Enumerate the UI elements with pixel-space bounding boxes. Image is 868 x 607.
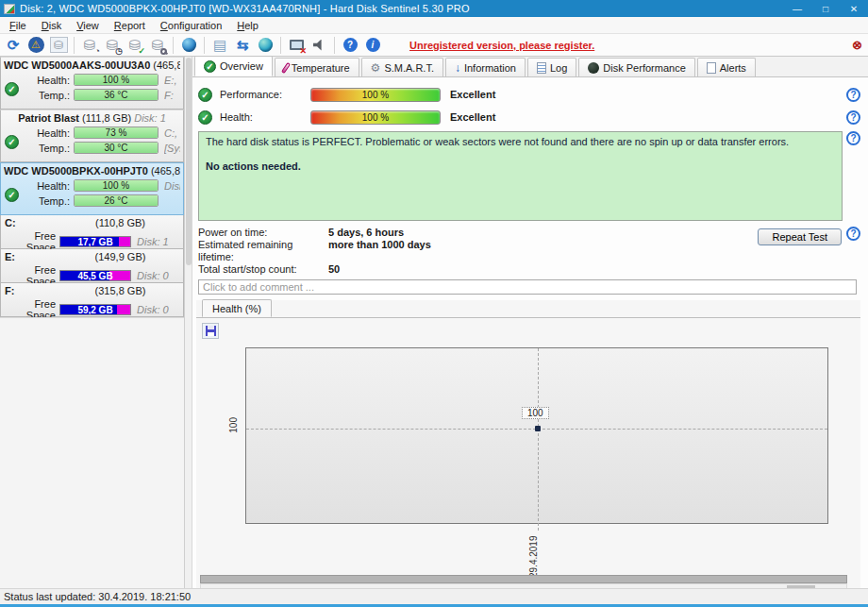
maximize-button[interactable]: □ bbox=[811, 0, 840, 17]
chart-scrollbar[interactable]: ‹ › bbox=[200, 583, 847, 588]
performance-ok-icon: ✓ bbox=[198, 88, 212, 102]
disk-view-icon[interactable]: ⛁ bbox=[48, 36, 69, 55]
partition-item-c[interactable]: C: (110,8 GB) Free Space 17,7 GB Disk: 1 bbox=[0, 215, 184, 249]
health-ok-icon: ✓ bbox=[198, 110, 212, 125]
partition-letters: C:, bbox=[164, 127, 180, 139]
menu-file[interactable]: File bbox=[2, 19, 34, 32]
performance-bar: 100 % bbox=[310, 88, 441, 102]
status-help-icon[interactable]: ? bbox=[846, 131, 860, 145]
health-bar: 73 % bbox=[74, 126, 159, 139]
exit-icon[interactable]: ⊗ bbox=[852, 38, 862, 52]
info-icon[interactable]: i bbox=[362, 36, 383, 55]
report-icon[interactable]: ▤ bbox=[209, 36, 230, 55]
temp-label: Temp.: bbox=[25, 143, 74, 154]
disk-item-patriot-blast[interactable]: Patriot Blast (111,8 GB) Disk: 1 ✓ Healt… bbox=[0, 110, 184, 162]
y-axis-tick: 100 bbox=[228, 417, 239, 433]
sidebar-scrollbar[interactable] bbox=[185, 57, 192, 588]
chart-range-bar[interactable] bbox=[200, 575, 847, 583]
register-link[interactable]: Unregistered version, please register. bbox=[409, 40, 594, 51]
tab-information[interactable]: ↓Information bbox=[445, 58, 526, 76]
data-point bbox=[535, 426, 541, 431]
menu-view[interactable]: View bbox=[69, 19, 107, 32]
refresh-icon[interactable]: ⟳ bbox=[3, 36, 24, 55]
partition-item-f[interactable]: F: (315,8 GB) Free Space 59,2 GB Disk: 0 bbox=[0, 283, 184, 317]
alerts-icon bbox=[707, 62, 716, 74]
disk-name: WDC WD5000BPKX-00HPJT0 bbox=[4, 165, 148, 177]
tab-alerts[interactable]: Alerts bbox=[697, 58, 756, 76]
vertical-gridline bbox=[538, 348, 539, 531]
disk-number: Disk: 2 bbox=[164, 180, 180, 192]
close-button[interactable]: ✕ bbox=[840, 0, 868, 17]
disk-size: (465,8 GB) bbox=[151, 165, 180, 177]
menu-configuration[interactable]: Configuration bbox=[153, 19, 229, 32]
disk-sidebar: WDC WD5000AAKS-00UU3A0 (465,8 GB) D ✓ He… bbox=[0, 57, 185, 588]
scroll-left-arrow[interactable]: ‹ bbox=[201, 585, 215, 589]
repeat-test-button[interactable]: Repeat Test bbox=[758, 228, 842, 245]
scrollbar-thumb[interactable] bbox=[787, 585, 815, 588]
disk-ok-status-icon: ✓ bbox=[5, 82, 19, 96]
overview-check-icon: ✓ bbox=[204, 60, 216, 73]
disk-gauge-icon[interactable]: ⛁◔ bbox=[79, 36, 100, 55]
scrollbar-thumb[interactable] bbox=[186, 58, 192, 265]
sync-icon[interactable]: ⇆ bbox=[232, 36, 253, 55]
temp-label: Temp.: bbox=[25, 90, 74, 101]
tab-smart[interactable]: ⚙S.M.A.R.T. bbox=[361, 58, 443, 76]
speaker-icon[interactable] bbox=[309, 36, 329, 55]
free-space-bar: 59,2 GB bbox=[59, 304, 131, 315]
title-bar: Disk: 2, WDC WD5000BPKX-00HPJT0 [WD-WX31… bbox=[0, 0, 868, 17]
minimize-button[interactable]: — bbox=[783, 0, 811, 17]
health-row: ✓ Health: 100 % Excellent ? bbox=[198, 108, 860, 126]
scroll-right-arrow[interactable]: › bbox=[832, 585, 846, 589]
monitor-x-icon[interactable]: ✕ bbox=[286, 36, 307, 55]
performance-gauge-icon bbox=[588, 62, 599, 74]
disk-number: Disk: 1 bbox=[134, 112, 166, 124]
status-last-updated: Status last updated: 30.4.2019. 18:21:50 bbox=[4, 591, 191, 602]
partition-letter: E: bbox=[5, 251, 61, 262]
chart-tab-health[interactable]: Health (%) bbox=[202, 299, 272, 317]
app-icon bbox=[4, 4, 15, 14]
menu-help[interactable]: Help bbox=[229, 19, 266, 32]
health-bar: 100 % bbox=[74, 179, 159, 192]
temp-bar: 26 °C bbox=[74, 194, 159, 207]
toolbar: ⟳ ⚠ ⛁ ⛁◔ ⛁◷ ⛁✓ ⛁ ▤ ⇆ ✕ ? i Unregistered … bbox=[0, 34, 868, 57]
disk-clock-icon[interactable]: ⛁◷ bbox=[102, 36, 123, 55]
disk-size: (111,8 GB) bbox=[82, 112, 131, 124]
save-chart-button[interactable] bbox=[202, 323, 219, 339]
partition-letters: F: bbox=[164, 90, 180, 101]
disk-ok-status-icon: ✓ bbox=[5, 135, 19, 149]
toolbar-separator bbox=[204, 37, 205, 54]
health-help-icon[interactable]: ? bbox=[846, 110, 860, 125]
log-icon bbox=[537, 62, 546, 74]
disk-status-message: The hard disk status is PERFECT. Problem… bbox=[198, 131, 843, 221]
repeat-test-help-icon[interactable]: ? bbox=[846, 227, 860, 241]
tab-temperature[interactable]: Temperature bbox=[275, 58, 359, 76]
disk-name: WDC WD5000AAKS-00UU3A0 bbox=[4, 59, 150, 71]
menu-disk[interactable]: Disk bbox=[34, 19, 69, 32]
status-text: The hard disk status is PERFECT. Problem… bbox=[206, 136, 835, 147]
health-label: Health: bbox=[25, 127, 74, 139]
disk-ok-status-icon: ✓ bbox=[5, 188, 19, 202]
globe-disk-icon[interactable] bbox=[178, 36, 199, 55]
performance-help-icon[interactable]: ? bbox=[846, 88, 860, 102]
tab-disk-performance[interactable]: Disk Performance bbox=[578, 58, 694, 76]
tab-log[interactable]: Log bbox=[527, 58, 576, 76]
performance-label: Performance: bbox=[220, 89, 310, 100]
power-on-time-value: 5 days, 6 hours bbox=[328, 227, 404, 239]
partition-item-e[interactable]: E: (149,9 GB) Free Space 45,5 GB Disk: 0 bbox=[0, 249, 184, 283]
thermometer-icon bbox=[281, 61, 291, 73]
disk-search-icon[interactable]: ⛁ bbox=[147, 36, 168, 55]
tab-overview[interactable]: ✓Overview bbox=[194, 56, 273, 76]
comment-input[interactable] bbox=[198, 279, 857, 295]
disk-ok-icon[interactable]: ⛁✓ bbox=[125, 36, 145, 55]
warning-icon[interactable]: ⚠ bbox=[25, 36, 46, 55]
health-chart-area: Health (%) 100 100 29.4.2019 ‹ bbox=[196, 300, 860, 588]
menu-report[interactable]: Report bbox=[107, 19, 153, 32]
help-icon[interactable]: ? bbox=[340, 36, 360, 55]
partition-size: (149,9 GB) bbox=[61, 251, 179, 262]
disk-item-wd5000aaks[interactable]: WDC WD5000AAKS-00UU3A0 (465,8 GB) D ✓ He… bbox=[0, 57, 184, 110]
disk-item-wd5000bpkx-selected[interactable]: WDC WD5000BPKX-00HPJT0 (465,8 GB) ✓ Heal… bbox=[0, 162, 184, 215]
network-icon[interactable] bbox=[255, 36, 275, 55]
free-space-bar: 45,5 GB bbox=[59, 270, 131, 281]
partition-size: (315,8 GB) bbox=[61, 285, 179, 296]
health-bar: 100 % bbox=[310, 110, 441, 125]
